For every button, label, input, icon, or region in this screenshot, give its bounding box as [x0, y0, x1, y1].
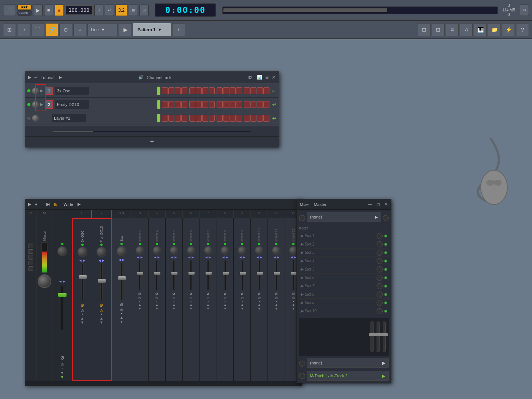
folder-icon[interactable]: 📁: [488, 23, 501, 36]
bpm-display[interactable]: 100.000: [65, 5, 93, 15]
i3-knob[interactable]: [136, 246, 144, 255]
pad[interactable]: [168, 115, 174, 122]
i12-pan[interactable]: ◄►: [290, 255, 297, 259]
t2-fader-handle[interactable]: [98, 279, 106, 283]
mixer-star[interactable]: ★: [34, 202, 38, 207]
mixer-scrollbar[interactable]: [25, 381, 302, 385]
t2-headphone[interactable]: ⌀: [100, 302, 103, 308]
i4-hp[interactable]: ⌀: [155, 291, 158, 296]
snap-icon[interactable]: ⊞: [129, 5, 138, 16]
mmp-close[interactable]: ✕: [384, 202, 388, 207]
c-btn-2[interactable]: [28, 249, 33, 254]
i5-down[interactable]: ▼: [172, 307, 176, 310]
i3-down[interactable]: ▼: [138, 307, 141, 310]
mixer-icon[interactable]: ≡: [446, 23, 459, 36]
i7-handle[interactable]: [206, 272, 212, 275]
i5-hp[interactable]: ⌀: [173, 291, 175, 296]
play-button[interactable]: ▶: [33, 5, 43, 16]
i10-knob[interactable]: [255, 246, 263, 255]
i10-fader[interactable]: [258, 260, 260, 290]
mmp-bottom-none-dropdown[interactable]: (none) ▶: [307, 358, 389, 368]
master-down-arrow[interactable]: ▼: [60, 371, 64, 375]
strip-icon[interactable]: ⊟: [432, 23, 445, 36]
t2-pan[interactable]: ◄►: [98, 258, 105, 263]
mmp-mtrack-dropdown[interactable]: M-Track 1 - M-Track 2 ▶: [307, 371, 389, 381]
i10-pan[interactable]: ◄►: [256, 255, 263, 259]
pad[interactable]: [196, 101, 202, 108]
c-btn-4[interactable]: [28, 261, 33, 265]
i8-pan[interactable]: ◄►: [222, 255, 229, 259]
pad[interactable]: [236, 87, 242, 94]
t1-pan[interactable]: ◄►: [79, 258, 86, 263]
i11-fader[interactable]: [276, 260, 277, 290]
pad[interactable]: [189, 101, 195, 108]
line-dropdown[interactable]: Line ▼: [87, 23, 118, 36]
mmp-mtrack-power[interactable]: [299, 373, 305, 379]
pad[interactable]: [223, 101, 229, 108]
pad[interactable]: [168, 87, 174, 94]
ch3-vol-knob[interactable]: [32, 115, 39, 122]
pad[interactable]: [202, 101, 208, 108]
i10-handle[interactable]: [257, 272, 263, 275]
pad[interactable]: [162, 87, 168, 94]
c-btn-1[interactable]: [28, 244, 33, 248]
stamp-button[interactable]: ⊙: [59, 23, 72, 36]
t2-knob[interactable]: [97, 247, 106, 257]
pad[interactable]: [257, 115, 263, 122]
mmp-fader1[interactable]: [370, 321, 374, 352]
pad[interactable]: [244, 101, 250, 108]
i8-knob[interactable]: [221, 246, 229, 255]
t1-fader-handle[interactable]: [79, 275, 87, 279]
rack-grid[interactable]: ⊞: [265, 75, 269, 80]
i8-down[interactable]: ▼: [223, 307, 227, 310]
pad[interactable]: [223, 87, 229, 94]
pad[interactable]: [236, 101, 242, 108]
rack-undo[interactable]: ↩: [34, 75, 38, 80]
record-button[interactable]: ●: [55, 5, 64, 16]
i6-down[interactable]: ▼: [189, 307, 193, 310]
mmp-power-btn2[interactable]: [383, 215, 389, 221]
master-fader-track[interactable]: [61, 285, 63, 331]
ch2-expand[interactable]: ▶: [40, 102, 43, 106]
plugin-icon[interactable]: ⚡: [502, 23, 515, 36]
pattern-add[interactable]: +: [172, 23, 185, 36]
song-button[interactable]: SONG: [17, 10, 32, 16]
pad[interactable]: [202, 87, 208, 94]
mmp-preset-dropdown[interactable]: (none) ▶: [307, 212, 381, 222]
i11-down[interactable]: ▼: [275, 307, 278, 310]
pad[interactable]: [250, 87, 256, 94]
pad[interactable]: [236, 115, 242, 122]
mute-button[interactable]: ○: [73, 23, 86, 36]
i11-handle[interactable]: [274, 272, 280, 275]
pad[interactable]: [202, 115, 208, 122]
i6-handle[interactable]: [188, 272, 195, 275]
grid-button[interactable]: ⊞: [3, 23, 16, 36]
i4-up[interactable]: ▲: [155, 303, 158, 307]
pad[interactable]: [263, 101, 269, 108]
draw-button[interactable]: ▶: [119, 23, 132, 36]
t2-fader-track[interactable]: [100, 263, 103, 301]
i5-knob[interactable]: [170, 246, 178, 255]
ch1-num[interactable]: 1: [45, 87, 53, 95]
pad[interactable]: [209, 87, 215, 94]
curve-button[interactable]: ⌒: [31, 23, 44, 36]
i6-hp[interactable]: ⌀: [190, 291, 192, 296]
pad[interactable]: [181, 101, 187, 108]
eq-icon[interactable]: ♫: [460, 23, 473, 36]
i11-up[interactable]: ▲: [275, 303, 278, 307]
i4-knob[interactable]: [153, 246, 161, 255]
i5-fader[interactable]: [173, 260, 175, 290]
ch1-expand[interactable]: ▶: [40, 89, 43, 93]
ch1-route-arrow[interactable]: ↩: [272, 88, 277, 94]
arrow-button[interactable]: →: [17, 23, 30, 36]
rack-stats[interactable]: 📊: [257, 75, 262, 80]
i6-pan[interactable]: ◄►: [188, 255, 195, 259]
i12-up[interactable]: ▲: [292, 303, 295, 307]
mixer-arrow-left[interactable]: ▶: [28, 202, 31, 207]
i7-hp[interactable]: ⌀: [207, 291, 209, 296]
mixer-up[interactable]: ↑: [41, 202, 43, 207]
i6-up[interactable]: ▲: [189, 303, 193, 307]
i10-hp[interactable]: ⌀: [258, 291, 261, 296]
pad[interactable]: [209, 115, 215, 122]
i9-handle[interactable]: [240, 272, 246, 275]
